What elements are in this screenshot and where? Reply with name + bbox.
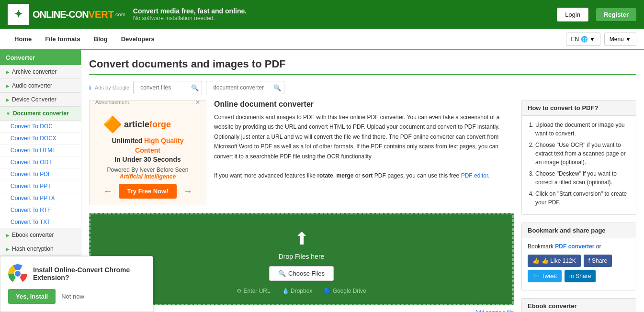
- how-to-section: How to convert to PDF? Upload the docume…: [521, 100, 636, 215]
- twitter-icon: 🐦: [532, 273, 540, 279]
- ads-label: Ads by Google: [95, 85, 129, 90]
- main-nav: Home File formats Blog Developers EN 🌐 ▼…: [0, 29, 644, 50]
- popup-message: Install Online-Convert Chrome Extension?: [33, 266, 145, 281]
- right-panel: How to convert to PDF? Upload the docume…: [521, 100, 636, 312]
- sidebar-item-document[interactable]: ▼ Document converter: [0, 107, 81, 121]
- arrow-icon: ▶: [6, 83, 10, 89]
- sidebar-sub-items: Convert To DOC Convert To DOCX Convert T…: [0, 121, 81, 228]
- lang-button[interactable]: EN 🌐 ▼: [566, 33, 600, 46]
- how-to-title: How to convert to PDF?: [522, 100, 636, 116]
- ad-tag: Advertisement: [95, 100, 129, 105]
- arrow-icon: ▶: [6, 246, 10, 252]
- twitter-tweet-button[interactable]: 🐦 Tweet: [528, 270, 562, 282]
- main-content: Convert documents and images to PDF ℹ Ad…: [81, 50, 644, 312]
- bookmark-title: Bookmark and share page: [522, 223, 636, 238]
- google-drive-link[interactable]: 🔵 Google Drive: [324, 288, 366, 294]
- nav-developers[interactable]: Developers: [114, 29, 161, 49]
- sidebar-item-device[interactable]: ▶ Device Converter: [0, 93, 81, 107]
- sidebar-sub-txt[interactable]: Convert To TXT: [0, 216, 81, 228]
- fb-share-icon: f: [588, 257, 590, 264]
- upload-icon: ⬆: [98, 229, 505, 249]
- register-button[interactable]: Register: [596, 8, 636, 21]
- search-icon-1: 🔍: [191, 84, 199, 91]
- step-2: Choose "Use OCR" if you want to extract …: [535, 141, 630, 167]
- arrow-icon: ▶: [6, 97, 10, 102]
- header-tagline: Convert media free, fast and online.: [133, 7, 247, 15]
- sidebar-item-hash[interactable]: ▶ Hash encryption: [0, 242, 81, 256]
- page-title: Convert documents and images to PDF: [89, 58, 636, 75]
- arrow-icon: ▼: [6, 111, 11, 116]
- menu-button[interactable]: Menu ▼: [604, 33, 636, 46]
- enter-url-link[interactable]: ⚙ Enter URL: [237, 288, 270, 294]
- doc-info-title: Online document converter: [214, 100, 514, 109]
- chrome-extension-popup: Install Online-Convert Chrome Extension?…: [0, 256, 153, 312]
- add-example-text[interactable]: Add example file: [475, 309, 514, 312]
- facebook-like-button[interactable]: 👍 👍 Like 112K: [528, 255, 581, 267]
- ads-search-1: 🔍: [133, 81, 202, 94]
- dropbox-link[interactable]: 💧 Dropbox: [282, 288, 313, 294]
- sidebar-sub-pptx[interactable]: Convert To PPTX: [0, 192, 81, 204]
- bookmark-section: Bookmark and share page Bookmark PDF con…: [521, 223, 636, 290]
- facebook-share-button[interactable]: f Share: [584, 255, 612, 267]
- social-row-2: 🐦 Tweet in Share: [528, 270, 630, 282]
- nav-blog[interactable]: Blog: [87, 29, 114, 49]
- upload-drop-label: Drop Files here: [98, 253, 505, 260]
- ads-info-icon[interactable]: ℹ: [89, 85, 91, 91]
- ad-arrow-left-icon: ←: [103, 186, 113, 197]
- logo-text: ONLINE-CONVERT.com: [33, 9, 125, 20]
- ebook-title: Ebook converter: [522, 299, 636, 312]
- bookmark-pdf-link[interactable]: PDF converter: [555, 243, 594, 250]
- chrome-icon: [8, 264, 27, 283]
- sidebar-section-label: Converter: [0, 50, 81, 65]
- sidebar-item-ebook[interactable]: ▶ Ebook converter: [0, 228, 81, 242]
- ads-bar: ℹ Ads by Google 🔍 🔍: [89, 81, 636, 94]
- nav-right: EN 🌐 ▼ Menu ▼: [566, 33, 636, 46]
- popup-top: Install Online-Convert Chrome Extension?: [8, 264, 145, 283]
- bookmark-body: Bookmark PDF converter or 👍 👍 Like 112K …: [522, 238, 636, 290]
- sidebar-sub-rtf[interactable]: Convert To RTF: [0, 204, 81, 216]
- fb-icon: 👍: [532, 257, 540, 264]
- header: ✦ ONLINE-CONVERT.com Convert media free,…: [0, 0, 644, 29]
- main-columns: Advertisement ✕ 🔶 articleforge Unlimited…: [89, 100, 636, 312]
- search-icon: 🔍: [278, 270, 286, 277]
- logo-icon: ✦: [8, 4, 29, 25]
- pdf-editor-link[interactable]: PDF editor: [461, 172, 488, 179]
- ad-sub: Powered By Never Before SeenArtificial I…: [103, 167, 192, 180]
- yes-install-button[interactable]: Yes, install: [8, 289, 56, 304]
- ad-tagline: Unlimited High Quality Content In Under …: [103, 136, 192, 165]
- sidebar-sub-docx[interactable]: Convert To DOCX: [0, 133, 81, 145]
- arrow-icon: ▶: [6, 233, 10, 238]
- nav-file-formats[interactable]: File formats: [38, 29, 87, 49]
- sidebar-sub-pdf[interactable]: Convert To PDF: [0, 168, 81, 180]
- content-cols: Advertisement ✕ 🔶 articleforge Unlimited…: [89, 100, 514, 205]
- sidebar-sub-odt[interactable]: Convert To ODT: [0, 156, 81, 168]
- login-button[interactable]: Login: [557, 8, 588, 22]
- step-3: Choose "Deskew" if you want to correct a…: [535, 169, 630, 187]
- ads-search-2: 🔍: [206, 81, 284, 94]
- ads-input-1[interactable]: [136, 82, 189, 93]
- ad-banner: Advertisement ✕ 🔶 articleforge Unlimited…: [89, 100, 206, 205]
- bookmark-text: Bookmark PDF converter or: [528, 243, 630, 250]
- ads-input-2[interactable]: [209, 82, 271, 93]
- sidebar-sub-ppt[interactable]: Convert To PPT: [0, 180, 81, 192]
- not-now-button[interactable]: Not now: [61, 293, 84, 300]
- step-1: Upload the document or image you want to…: [535, 121, 630, 138]
- search-icon-2: 🔍: [273, 84, 281, 91]
- header-sub: No software installation needed.: [133, 15, 247, 22]
- linkedin-share-button[interactable]: in Share: [565, 270, 596, 282]
- logo-area: ✦ ONLINE-CONVERT.com: [8, 4, 125, 25]
- choose-files-button[interactable]: 🔍 Choose Files: [269, 266, 334, 281]
- nav-home[interactable]: Home: [8, 29, 38, 49]
- ad-close-icon[interactable]: ✕: [195, 100, 200, 106]
- svg-point-2: [15, 271, 21, 277]
- sidebar-item-audio[interactable]: ▶ Audio converter: [0, 79, 81, 93]
- ad-cta-button[interactable]: Try Free Now!: [119, 184, 177, 199]
- doc-info-text: Convert documents and images to PDF with…: [214, 112, 514, 181]
- sidebar-sub-doc[interactable]: Convert To DOC: [0, 121, 81, 133]
- sidebar-sub-html[interactable]: Convert To HTML: [0, 145, 81, 156]
- ad-inner: 🔶 articleforge Unlimited High Quality Co…: [95, 108, 200, 205]
- popup-buttons: Yes, install Not now: [8, 289, 145, 304]
- ad-arrow-right-icon: →: [183, 186, 192, 197]
- sidebar-item-archive[interactable]: ▶ Archive converter: [0, 65, 81, 79]
- step-4: Click on "Start conversion" to create yo…: [535, 189, 630, 207]
